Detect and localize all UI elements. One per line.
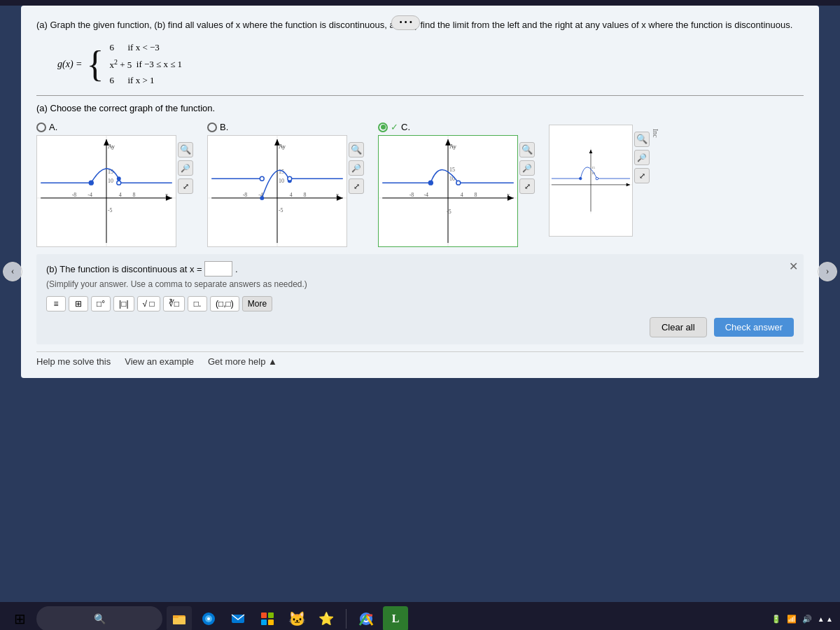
svg-text:4: 4 <box>461 192 463 198</box>
label-c-text: C. <box>401 122 410 132</box>
expand-a[interactable]: ⤢ <box>178 178 193 194</box>
help-solve-link[interactable]: Help me solve this <box>36 356 111 367</box>
graph-d: 15 10 <box>549 125 633 237</box>
math-btn-dot[interactable]: □. <box>188 296 207 312</box>
apps-grid-button[interactable] <box>255 606 280 630</box>
divider <box>36 95 804 96</box>
svg-text:4: 4 <box>290 192 293 198</box>
svg-point-36 <box>260 176 264 181</box>
check-answer-button[interactable]: Check answer <box>714 318 794 337</box>
expand-b[interactable]: ⤢ <box>349 178 364 194</box>
zoom-in-c[interactable]: 🔍 <box>519 142 535 158</box>
part-a-label: (a) Choose the correct graph of the func… <box>36 103 804 113</box>
math-btn-fraction[interactable]: ≡ <box>46 296 66 312</box>
volume-icon: 🔊 <box>802 615 812 624</box>
function-label: g(x) = <box>57 59 83 70</box>
svg-text:Ay: Ay <box>279 143 286 150</box>
math-btn-abs[interactable]: |□| <box>113 296 134 312</box>
part-b-section: (b) The function is discontinuous at x =… <box>36 254 804 344</box>
part-b-text-after: . <box>235 264 238 274</box>
clear-all-button[interactable]: Clear all <box>650 317 707 337</box>
svg-point-17 <box>117 176 121 181</box>
zoom-out-b[interactable]: 🔎 <box>349 160 364 176</box>
file-explorer-button[interactable] <box>167 606 192 630</box>
discontinuous-answer-input[interactable] <box>204 261 232 276</box>
graph-option-b[interactable]: B. Ay x -8 - <box>207 122 364 247</box>
svg-text:-5: -5 <box>108 207 113 214</box>
browser-button[interactable] <box>196 606 221 630</box>
svg-marker-68 <box>626 183 630 187</box>
radio-b[interactable] <box>207 122 217 132</box>
svg-point-76 <box>596 177 598 180</box>
mail-button[interactable] <box>225 606 251 630</box>
right-nav-arrow[interactable]: › <box>818 262 837 281</box>
svg-point-73 <box>579 177 582 180</box>
svg-text:-4: -4 <box>424 192 428 198</box>
graph-c: Ay x -8 -4 4 8 15 10 <box>378 135 518 247</box>
taskbar-separator <box>346 609 346 629</box>
math-btn-mixed[interactable]: ⊞ <box>69 296 88 312</box>
graph-d-svg: 15 10 <box>550 125 632 236</box>
math-toolbar: ≡ ⊞ □° |□| √ □ ∛□ □. (□,□) More <box>46 296 794 312</box>
math-btn-more[interactable]: More <box>242 296 272 312</box>
label-a: A. <box>49 122 57 132</box>
chrome-button[interactable] <box>354 606 379 630</box>
expand-d[interactable]: ⤢ <box>634 168 650 183</box>
graph-b-icons: 🔍 🔎 ⤢ <box>349 142 364 194</box>
graph-d-icons: 🔍 🔎 ⤢ <box>634 132 650 183</box>
system-tray: 🔋 📶 🔊 ▲ ▲ <box>771 615 833 624</box>
svg-text:-5: -5 <box>279 207 284 214</box>
brace-symbol: { <box>87 46 104 83</box>
svg-text:-8: -8 <box>410 192 414 198</box>
close-button[interactable]: ✕ <box>789 260 798 273</box>
part-b-text-before: (b) The function is discontinuous at x = <box>46 264 202 274</box>
svg-text:4: 4 <box>119 192 122 198</box>
svg-text:8: 8 <box>475 192 477 198</box>
more-options-button[interactable]: • • • <box>391 15 420 30</box>
zoom-in-d[interactable]: 🔍 <box>634 132 650 147</box>
math-btn-interval[interactable]: (□,□) <box>210 296 239 312</box>
svg-text:-4: -4 <box>88 192 92 198</box>
svg-text:10: 10 <box>279 178 284 184</box>
label-c: ✓ <box>391 122 398 132</box>
graph-b-svg: Ay x -8 -4 4 8 15 10 <box>208 136 346 246</box>
help-bar: Help me solve this View an example Get m… <box>36 351 804 371</box>
zoom-out-c[interactable]: 🔎 <box>519 160 535 176</box>
star-button[interactable]: ⭐ <box>314 606 339 630</box>
svg-text:x: x <box>336 191 340 198</box>
zoom-out-a[interactable]: 🔎 <box>178 160 193 176</box>
windows-start-button[interactable]: ⊞ <box>7 606 32 630</box>
expand-c[interactable]: ⤢ <box>519 178 535 194</box>
search-taskbar-button[interactable]: 🔍 <box>36 606 162 630</box>
svg-text:8: 8 <box>304 192 307 198</box>
cat-button[interactable]: 🐱 <box>284 606 309 630</box>
view-example-link[interactable]: View an example <box>125 356 194 367</box>
svg-point-61 <box>456 181 461 185</box>
radio-c[interactable] <box>378 122 388 132</box>
more-help-link[interactable]: Get more help ▲ <box>208 356 277 367</box>
math-btn-sqrt[interactable]: √ □ <box>137 296 160 312</box>
problem-header: (a) Graph the given function, (b) find a… <box>36 18 804 32</box>
radio-a[interactable] <box>36 122 46 132</box>
clock: ▲ ▲ <box>818 615 833 623</box>
svg-text:10: 10 <box>108 178 113 184</box>
zoom-out-d[interactable]: 🔎 <box>634 150 650 165</box>
svg-marker-67 <box>589 150 593 153</box>
l-icon-button[interactable]: L <box>383 606 408 630</box>
math-btn-cbrt[interactable]: ∛□ <box>163 296 185 312</box>
svg-point-82 <box>207 617 210 620</box>
zoom-in-b[interactable]: 🔍 <box>349 142 364 158</box>
label-b: B. <box>220 122 228 132</box>
svg-rect-86 <box>261 620 267 625</box>
main-content-area: (a) Graph the given function, (b) find a… <box>21 6 819 378</box>
piecewise-cases: 6 if x < −3 x2 + 5 if −3 ≤ x ≤ 1 6 if x … <box>109 41 182 89</box>
math-btn-degree[interactable]: □° <box>91 296 111 312</box>
svg-point-19 <box>117 181 121 185</box>
zoom-in-a[interactable]: 🔍 <box>178 142 193 158</box>
graph-option-a[interactable]: A. <box>36 122 193 247</box>
left-nav-arrow[interactable]: ‹ <box>3 262 22 281</box>
svg-text:15: 15 <box>592 167 595 170</box>
wifi-icon: 📶 <box>787 615 797 624</box>
graph-option-c[interactable]: ✓ C. Ay x -8 <box>378 122 535 247</box>
graph-option-d[interactable]: 15 10 🔍 🔎 <box>549 122 650 237</box>
